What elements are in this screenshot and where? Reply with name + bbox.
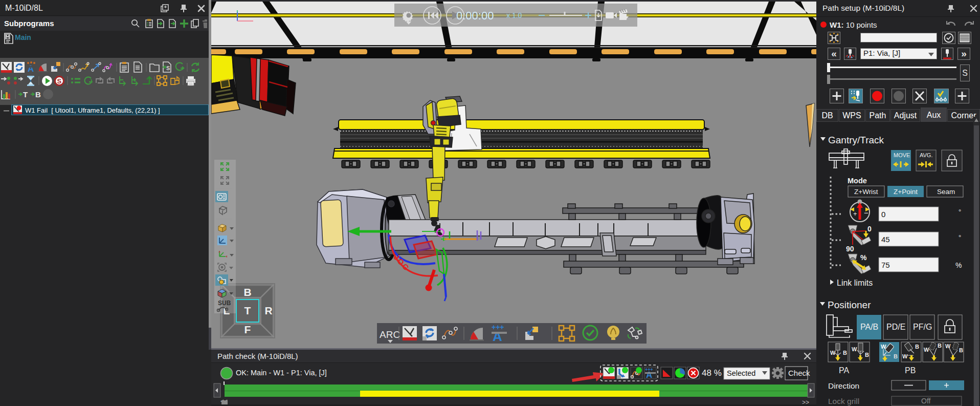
svg-text:0: 0 bbox=[867, 225, 872, 233]
svg-text:A: A bbox=[646, 370, 652, 380]
svg-text:0: 0 bbox=[881, 210, 885, 219]
svg-text:R: R bbox=[264, 305, 272, 316]
svg-text:B: B bbox=[938, 343, 942, 349]
svg-text:Gantry/Track: Gantry/Track bbox=[828, 135, 884, 145]
svg-text:Lock grill: Lock grill bbox=[828, 397, 859, 405]
svg-text:Check: Check bbox=[788, 369, 810, 377]
svg-text:W: W bbox=[945, 343, 951, 349]
svg-text:SUB: SUB bbox=[218, 300, 231, 307]
svg-text:PF/G: PF/G bbox=[913, 323, 932, 331]
svg-text:B: B bbox=[865, 352, 869, 358]
svg-text:0:00:00: 0:00:00 bbox=[456, 9, 494, 22]
svg-text:Link limits: Link limits bbox=[837, 279, 873, 287]
svg-text:°: ° bbox=[959, 208, 961, 216]
svg-text:x 1.0: x 1.0 bbox=[506, 11, 522, 19]
svg-text:OK: Main - W1 - P1: Via, [J]: OK: Main - W1 - P1: Via, [J] bbox=[236, 369, 327, 377]
svg-text:S: S bbox=[166, 65, 170, 71]
svg-text:A: A bbox=[28, 64, 34, 74]
svg-text:B: B bbox=[843, 350, 847, 356]
svg-text:B: B bbox=[894, 353, 898, 359]
svg-text:F: F bbox=[244, 324, 251, 335]
svg-text:B: B bbox=[35, 90, 41, 99]
svg-text:W: W bbox=[924, 347, 929, 353]
svg-text:Direction: Direction bbox=[828, 381, 859, 390]
svg-text:B: B bbox=[243, 286, 251, 298]
svg-text:75: 75 bbox=[881, 261, 890, 269]
svg-text:%: % bbox=[860, 253, 867, 262]
svg-text:ARC: ARC bbox=[380, 329, 400, 340]
svg-text:Mode: Mode bbox=[848, 177, 867, 185]
svg-text:W: W bbox=[902, 353, 908, 359]
svg-text:Selected: Selected bbox=[727, 369, 755, 377]
svg-text:90: 90 bbox=[846, 245, 854, 253]
svg-text:48 %: 48 % bbox=[702, 368, 722, 378]
svg-text:B: B bbox=[959, 347, 963, 353]
svg-text:T: T bbox=[23, 90, 28, 99]
svg-text:PD/E: PD/E bbox=[886, 323, 905, 331]
svg-text:A: A bbox=[493, 329, 502, 344]
svg-text:45: 45 bbox=[881, 235, 890, 244]
svg-text:W: W bbox=[852, 346, 857, 352]
svg-text:Off: Off bbox=[921, 397, 931, 405]
svg-text:PB: PB bbox=[905, 366, 916, 375]
svg-text:PA/B: PA/B bbox=[860, 323, 878, 331]
svg-text:S: S bbox=[57, 77, 62, 85]
svg-text:Z+Point: Z+Point bbox=[894, 188, 918, 196]
svg-text:+: + bbox=[853, 210, 857, 218]
svg-text:MOVE: MOVE bbox=[894, 152, 910, 158]
svg-text:°: ° bbox=[959, 233, 961, 241]
svg-text:T: T bbox=[244, 305, 251, 316]
svg-text:Z+Wrist: Z+Wrist bbox=[854, 188, 878, 196]
svg-text:Seam: Seam bbox=[937, 188, 955, 196]
svg-text:AVG.: AVG. bbox=[920, 152, 932, 158]
svg-text:%: % bbox=[955, 261, 962, 269]
svg-text:Positioner: Positioner bbox=[828, 300, 871, 310]
svg-text:PA: PA bbox=[839, 366, 849, 375]
svg-text:−: − bbox=[864, 208, 868, 217]
svg-text:B: B bbox=[915, 344, 919, 350]
